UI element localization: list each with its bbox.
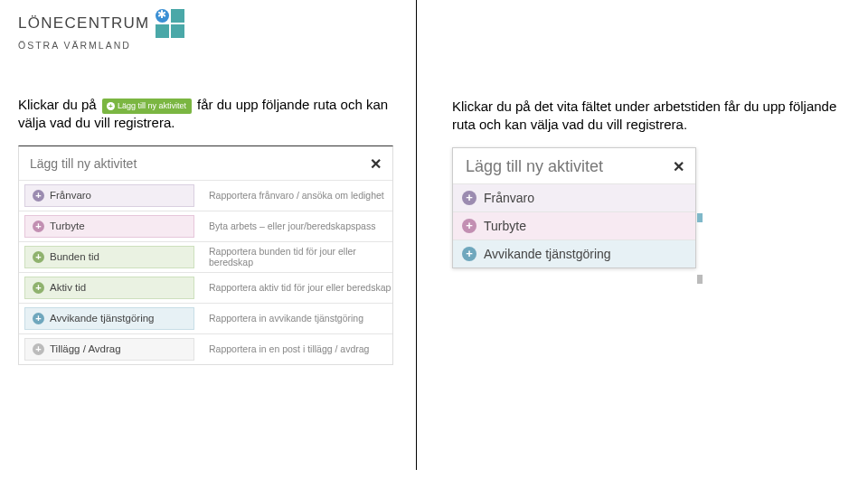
close-icon[interactable]: ✕ (370, 155, 382, 173)
plus-icon: + (33, 313, 44, 324)
plus-icon: + (33, 343, 44, 355)
option-avvikande[interactable]: + Avvikande tjänstgöring (24, 307, 194, 330)
left-column: LÖNECENTRUM ÖSTRA VÄRMLAND Klickar du på… (0, 0, 434, 488)
option-turbyte[interactable]: + Turbyte (453, 211, 695, 239)
left-instruction: Klickar du på +Lägg till ny aktivitet få… (18, 96, 416, 133)
option-franvaro[interactable]: + Frånvaro (24, 184, 194, 207)
option-label: Turbyte (484, 219, 526, 233)
option-turbyte[interactable]: + Turbyte (24, 215, 194, 238)
option-label: Frånvaro (50, 190, 91, 201)
option-bunden-tid[interactable]: + Bunden tid (24, 246, 194, 268)
edge-marker (697, 213, 703, 222)
logo: LÖNECENTRUM ÖSTRA VÄRMLAND (18, 9, 416, 51)
option-label: Frånvaro (484, 191, 534, 205)
inline-btn-label: Lägg till ny aktivitet (118, 101, 186, 110)
right-instruction: Klickar du på det vita fältet under arbe… (452, 98, 850, 135)
dialog-title: Lägg till ny aktivitet (466, 157, 603, 176)
plus-icon: + (33, 282, 44, 294)
plus-icon: + (462, 247, 476, 261)
logo-subtext: ÖSTRA VÄRMLAND (18, 40, 416, 51)
option-desc: Rapportera frånvaro / ansöka om ledighet (194, 190, 392, 201)
option-label: Bunden tid (50, 251, 99, 262)
logo-text: LÖNECENTRUM (18, 14, 150, 33)
option-aktiv-tid[interactable]: + Aktiv tid (24, 277, 194, 299)
instr-text-pre: Klickar du på (18, 97, 97, 112)
plus-icon: + (33, 251, 44, 263)
option-desc: Byta arbets – eller jour/beredskapspass (194, 221, 392, 231)
plus-icon: + (462, 191, 476, 205)
logo-mark-icon (156, 9, 184, 38)
option-avvikande[interactable]: + Avvikande tjänstgöring (453, 239, 695, 267)
edge-marker (697, 275, 703, 284)
plus-icon: + (462, 219, 476, 233)
option-desc: Rapportera in avvikande tjänstgöring (194, 313, 392, 324)
plus-icon: + (33, 190, 44, 202)
right-column: Klickar du på det vita fältet under arbe… (434, 0, 868, 488)
plus-icon: + (33, 221, 44, 232)
option-desc: Rapportera bunden tid för jour eller ber… (194, 246, 392, 267)
close-icon[interactable]: ✕ (673, 158, 684, 175)
option-label: Avvikande tjänstgöring (50, 313, 155, 324)
option-desc: Rapportera aktiv tid för jour eller bere… (194, 282, 392, 293)
plus-icon: + (107, 102, 115, 110)
option-label: Tillägg / Avdrag (50, 343, 121, 354)
dialog-title: Lägg till ny aktivitet (30, 156, 137, 171)
add-activity-dialog-full: Lägg till ny aktivitet ✕ + Frånvaro Rapp… (18, 145, 393, 365)
option-desc: Rapportera in en post i tillägg / avdrag (194, 343, 392, 354)
option-label: Turbyte (50, 221, 85, 231)
option-tillagg-avdrag[interactable]: + Tillägg / Avdrag (24, 338, 194, 361)
inline-add-activity-button: +Lägg till ny aktivitet (102, 99, 192, 114)
option-label: Aktiv tid (50, 282, 86, 293)
add-activity-dialog-compact: Lägg till ny aktivitet ✕ + Frånvaro + Tu… (452, 147, 696, 268)
option-label: Avvikande tjänstgöring (484, 247, 611, 261)
option-franvaro[interactable]: + Frånvaro (453, 183, 695, 211)
